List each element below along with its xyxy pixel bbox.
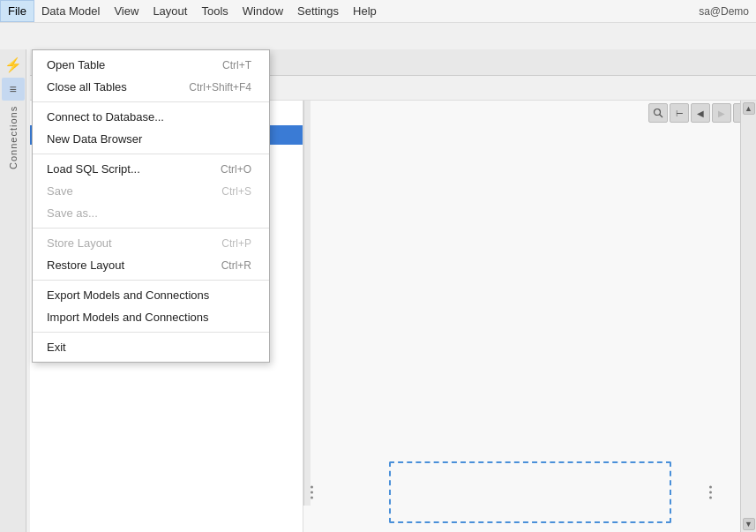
- menu-separator-2: [33, 154, 269, 154]
- menu-item-import-models[interactable]: Import Models and Connections: [33, 306, 269, 328]
- menu-separator-5: [33, 332, 269, 333]
- right-scrollbar[interactable]: ▲ ▼: [740, 101, 756, 532]
- menu-item-store-layout: Store Layout Ctrl+P: [33, 232, 269, 254]
- menu-item-load-sql[interactable]: Load SQL Script... Ctrl+O: [33, 158, 269, 180]
- nav-right-btn[interactable]: ▶: [712, 103, 731, 123]
- canvas-dashed-box: [389, 461, 671, 523]
- menu-separator-1: [33, 101, 269, 102]
- sidebar-bolt-icon[interactable]: ⚡: [2, 53, 25, 76]
- sidebar-connections-icon[interactable]: Connections: [4, 102, 23, 173]
- nav-left-left-btn[interactable]: ⊢: [670, 103, 689, 123]
- scroll-up-btn[interactable]: ▲: [743, 102, 755, 115]
- menu-file[interactable]: File: [0, 0, 34, 22]
- menu-window[interactable]: Window: [236, 0, 290, 22]
- dot-r3: [709, 497, 712, 499]
- canvas-area: [303, 453, 738, 532]
- menu-help[interactable]: Help: [346, 0, 384, 22]
- menu-tools[interactable]: Tools: [194, 0, 235, 22]
- svg-line-17: [660, 115, 663, 118]
- dot-2: [311, 491, 313, 494]
- menu-item-restore-layout[interactable]: Restore Layout Ctrl+R: [33, 254, 269, 276]
- dot-r2: [709, 491, 712, 494]
- menu-item-export-models[interactable]: Export Models and Connections: [33, 284, 269, 306]
- dot-3: [311, 497, 313, 499]
- menu-item-save-as: Save as...: [33, 202, 269, 224]
- user-info: sa@Demo: [699, 5, 756, 18]
- file-dropdown-menu: Open Table Ctrl+T Close all Tables Ctrl+…: [32, 49, 270, 363]
- canvas-left-handle: [311, 486, 313, 499]
- dot-r1: [709, 486, 712, 489]
- menu-separator-3: [33, 228, 269, 229]
- search-nav-btn[interactable]: [648, 103, 668, 123]
- menu-bar: File Data Model View Layout Tools Window…: [0, 0, 756, 23]
- nav-left-btn[interactable]: ◀: [691, 103, 710, 123]
- menu-item-close-all-tables[interactable]: Close all Tables Ctrl+Shift+F4: [33, 76, 269, 98]
- menu-item-save: Save Ctrl+S: [33, 180, 269, 202]
- menu-item-exit[interactable]: Exit: [33, 336, 269, 358]
- menu-data-model[interactable]: Data Model: [34, 0, 107, 22]
- right-panel: ⊢ ◀ ▶ ⊣: [303, 101, 756, 532]
- menu-settings[interactable]: Settings: [290, 0, 346, 22]
- menu-item-new-data-browser[interactable]: New Data Browser: [33, 128, 269, 150]
- canvas-right-handle: [709, 486, 712, 499]
- menu-item-open-table[interactable]: Open Table Ctrl+T: [33, 54, 269, 76]
- sidebar-lines-icon[interactable]: ≡: [2, 78, 25, 101]
- menu-item-connect-db[interactable]: Connect to Database...: [33, 106, 269, 128]
- left-sidebar: ⚡ ≡ Connections: [0, 49, 26, 532]
- scroll-down-btn[interactable]: ▼: [743, 518, 755, 530]
- menu-view[interactable]: View: [107, 0, 146, 22]
- menu-separator-4: [33, 280, 269, 281]
- dot-1: [311, 486, 313, 489]
- menu-layout[interactable]: Layout: [146, 0, 194, 22]
- svg-point-16: [655, 109, 661, 116]
